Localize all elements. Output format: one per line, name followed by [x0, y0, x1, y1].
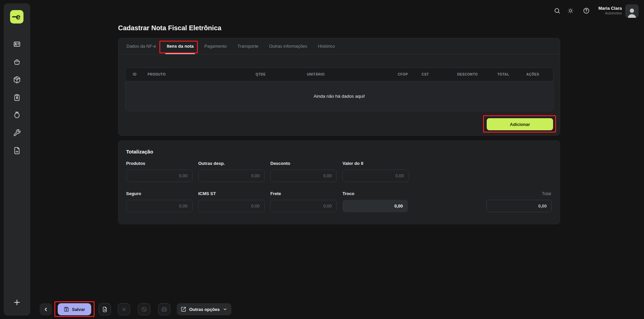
wrench-icon — [13, 129, 21, 137]
more-options-label: Outras opções — [189, 307, 220, 312]
sidebar-item-sales[interactable] — [13, 58, 21, 66]
sidebar-item-billing[interactable] — [13, 94, 21, 101]
col-cst: CST — [422, 73, 457, 76]
app-logo[interactable]: e — [10, 10, 23, 24]
totalizacao-title: Totalização — [126, 149, 153, 154]
money-bag-icon — [13, 111, 21, 119]
print-button[interactable] — [158, 303, 170, 315]
total-input[interactable] — [486, 200, 552, 212]
sidebar-item-products[interactable] — [13, 76, 21, 84]
tab-pagamento[interactable]: Pagamento — [204, 38, 227, 54]
tab-itens-da-nota[interactable]: Itens da nota — [167, 38, 194, 54]
more-options-button[interactable]: Outras opções — [177, 303, 231, 315]
save-icon — [64, 307, 69, 312]
totalizacao-card: Totalização Produtos Outras desp. Descon… — [118, 140, 560, 224]
chevron-left-icon — [43, 307, 49, 312]
col-total: TOTAL — [497, 73, 526, 76]
sidebar-item-reports[interactable] — [13, 147, 21, 154]
sidebar-item-finance[interactable] — [13, 111, 21, 119]
person-silhouette-icon — [626, 6, 638, 18]
produtos-label: Produtos — [126, 161, 145, 166]
desconto-label: Desconto — [270, 161, 290, 166]
nfe-card: Dados da NF-e Itens da nota Pagamento Tr… — [118, 38, 560, 136]
troco-input[interactable] — [342, 200, 408, 212]
svg-text:e: e — [16, 12, 20, 21]
col-cfop: CFOP — [398, 73, 422, 76]
tab-outras-informacoes[interactable]: Outras informações — [269, 38, 307, 54]
user-name: Maria Clara — [598, 6, 622, 11]
tab-dados-da-nfe[interactable]: Dados da NF-e — [126, 38, 156, 54]
troco-label: Troco — [342, 191, 354, 196]
save-label: Salvar — [72, 307, 85, 312]
close-icon — [121, 307, 127, 312]
clipboard-dollar-icon — [13, 94, 21, 101]
items-table: ID PRODUTO QTDE UNITÁRIO CFOP CST DESCON… — [125, 67, 553, 111]
shopping-basket-icon — [13, 58, 21, 66]
file-export-icon — [102, 307, 108, 312]
avatar[interactable] — [625, 4, 639, 18]
items-table-empty-state: Ainda não há dados aqui! — [125, 81, 553, 111]
add-item-button[interactable]: Adicionar — [487, 118, 553, 130]
plus-icon — [13, 298, 21, 307]
search-icon[interactable] — [554, 7, 560, 14]
sidebar: e — [4, 3, 30, 316]
valor-do-ii-input[interactable] — [342, 170, 409, 182]
sidebar-add-button[interactable] — [13, 298, 21, 307]
user-info[interactable]: Maria Clara Automotivo — [598, 6, 622, 15]
col-acoes: AÇÕES — [526, 73, 546, 76]
sidebar-item-dashboard[interactable] — [13, 40, 21, 48]
id-card-icon — [13, 40, 21, 48]
frete-input[interactable] — [270, 200, 337, 212]
theme-brightness-icon[interactable] — [567, 7, 574, 14]
back-button[interactable] — [40, 303, 52, 315]
page-title: Cadastrar Nota Fiscal Eletrônica — [118, 24, 221, 32]
package-icon — [13, 76, 21, 84]
sidebar-item-services[interactable] — [13, 129, 21, 137]
col-unitario: UNITÁRIO — [307, 73, 398, 76]
seguro-input[interactable] — [126, 200, 193, 212]
outras-desp-input[interactable] — [198, 170, 265, 182]
frete-label: Frete — [270, 191, 281, 196]
tab-historico[interactable]: Histórico — [318, 38, 335, 54]
brand-e-icon: e — [12, 12, 22, 22]
ban-icon — [141, 307, 147, 312]
items-table-header: ID PRODUTO QTDE UNITÁRIO CFOP CST DESCON… — [125, 68, 553, 81]
tab-transporte[interactable]: Transporte — [237, 38, 258, 54]
empty-message: Ainda não há dados aqui! — [314, 94, 365, 99]
icms-st-input[interactable] — [198, 200, 265, 212]
desconto-input[interactable] — [270, 170, 337, 182]
valor-do-ii-label: Valor do II — [342, 161, 363, 166]
nfe-tabbar: Dados da NF-e Itens da nota Pagamento Tr… — [118, 38, 560, 54]
external-link-icon — [181, 307, 186, 312]
help-icon[interactable] — [583, 7, 590, 14]
outras-desp-label: Outras desp. — [198, 161, 225, 166]
icms-st-label: ICMS ST — [198, 191, 216, 196]
save-button[interactable]: Salvar — [58, 303, 91, 315]
col-qtde: QTDE — [256, 73, 307, 76]
generate-file-button[interactable] — [99, 303, 111, 315]
total-label: Total — [542, 191, 551, 196]
cancel-button[interactable] — [138, 303, 150, 315]
printer-icon — [161, 307, 167, 312]
seguro-label: Seguro — [126, 191, 141, 196]
col-desconto: DESCONTO — [457, 73, 497, 76]
close-button[interactable] — [118, 303, 130, 315]
file-chart-icon — [13, 147, 21, 154]
produtos-input[interactable] — [126, 170, 193, 182]
col-produto: PRODUTO — [148, 73, 256, 76]
chevron-down-icon — [223, 307, 227, 312]
col-id: ID — [133, 73, 148, 76]
user-role: Automotivo — [598, 11, 622, 15]
